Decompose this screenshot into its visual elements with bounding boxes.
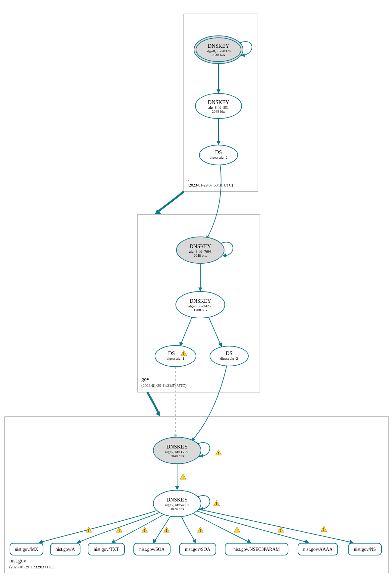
warning-icon [164, 527, 170, 533]
svg-text:DNSKEY: DNSKEY [190, 298, 211, 304]
warning-icon [278, 527, 284, 533]
zone-root-timestamp: (2023-01-29 07:58:31 UTC) [188, 183, 233, 187]
node-root-ds: DS digest alg=2 [199, 145, 238, 165]
svg-marker-73 [349, 540, 354, 544]
svg-text:alg=8, id=24250: alg=8, id=24250 [188, 304, 213, 308]
node-gov-ds2: DS digest alg=2 [210, 346, 248, 366]
edge-nist-zsk-mx [40, 511, 156, 543]
edge-nist-zsk-soa2 [181, 516, 195, 542]
svg-text:DS: DS [226, 350, 232, 356]
svg-text:digest alg=2: digest alg=2 [220, 356, 238, 360]
svg-text:alg=7, id=54557: alg=7, id=54557 [165, 503, 189, 507]
svg-text:alg=8, id=7698: alg=8, id=7698 [189, 249, 212, 253]
rr-aaaa: nist.gov/AAAA [298, 543, 338, 555]
node-nist-zsk: DNSKEY alg=7, id=54557 1024 bits [153, 490, 201, 517]
svg-text:2048 bits: 2048 bits [194, 253, 207, 257]
warning-icon [214, 500, 220, 506]
svg-text:2048 bits: 2048 bits [171, 454, 184, 458]
zone-gov-timestamp: (2023-01-29 11:31:57 UTC) [141, 383, 186, 388]
svg-text:DNSKEY: DNSKEY [190, 243, 211, 249]
svg-text:DS: DS [215, 149, 222, 155]
svg-text:nist.gov/A: nist.gov/A [56, 547, 75, 552]
edge-nist-zsk-soa1 [154, 516, 171, 542]
svg-marker-35 [218, 342, 222, 347]
edge-nist-zsk-aaaa [197, 511, 308, 543]
warning-icon [216, 450, 221, 455]
edge-root-to-gov-zone [156, 191, 184, 213]
svg-point-28 [155, 345, 196, 367]
edge-gov-zsk-ds1 [180, 317, 192, 345]
edge-nist-zsk-nsec3param [193, 513, 250, 543]
svg-text:DS: DS [168, 350, 175, 356]
dnssec-chain-diagram: ! . (2023-01-29 07:58:31 UTC) DNSKEY alg… [0, 0, 392, 577]
svg-text:DNSKEY: DNSKEY [167, 444, 188, 449]
node-nist-ksk: DNSKEY alg=7, id=35565 2048 bits [153, 437, 201, 464]
node-gov-ds1: DS digest alg=1 [155, 345, 196, 367]
svg-text:alg=7, id=35565: alg=7, id=35565 [165, 450, 189, 454]
svg-text:1280 bits: 1280 bits [194, 308, 207, 312]
rr-nsec3param: nist.gov/NSEC3PARAM [225, 543, 288, 555]
edge-nist-zsk-ns [199, 509, 353, 543]
zone-nist-name: nist.gov [9, 558, 26, 564]
svg-text:2048 bits: 2048 bits [212, 109, 225, 113]
svg-text:DNSKEY: DNSKEY [167, 497, 188, 502]
svg-text:2048 bits: 2048 bits [212, 53, 225, 57]
svg-text:nist.gov/AAAA: nist.gov/AAAA [303, 547, 333, 552]
svg-text:alg=8, id=951: alg=8, id=951 [208, 105, 229, 109]
svg-text:nist.gov/NS: nist.gov/NS [354, 547, 376, 552]
rr-soa2: nist.gov/SOA [179, 543, 216, 555]
svg-text:DNSKEY: DNSKEY [208, 99, 229, 105]
svg-text:nist.gov/MX: nist.gov/MX [15, 547, 38, 552]
rr-ns: nist.gov/NS [348, 543, 381, 555]
svg-marker-15 [217, 141, 220, 145]
rr-soa1: nist.gov/SOA [134, 543, 170, 555]
warning-icon [234, 527, 240, 533]
svg-text:nist.gov/SOA: nist.gov/SOA [139, 547, 165, 552]
node-root-zsk: DNSKEY alg=8, id=951 2048 bits [195, 93, 242, 119]
svg-marker-27 [198, 288, 202, 291]
edge-gov-to-nist-zone [147, 392, 159, 414]
warning-icon [197, 527, 203, 533]
warning-icon [321, 526, 327, 532]
edge-root-ds-gov-ksk [207, 165, 221, 238]
svg-marker-11 [217, 89, 220, 93]
svg-text:digest alg=1: digest alg=1 [167, 356, 184, 360]
svg-point-31 [210, 346, 248, 366]
rr-txt: nist.gov/TXT [88, 543, 124, 555]
svg-point-12 [199, 145, 238, 165]
edge-nist-zsk-a [78, 513, 159, 543]
svg-text:nist.gov/TXT: nist.gov/TXT [94, 547, 119, 552]
svg-text:1024 bits: 1024 bits [171, 507, 184, 511]
zone-gov-name: gov [141, 376, 149, 382]
svg-text:digest alg=2: digest alg=2 [210, 155, 227, 159]
zone-nist-timestamp: (2023-01-29 11:32:03 UTC) [9, 565, 54, 569]
svg-marker-72 [305, 539, 309, 543]
svg-marker-66 [38, 540, 43, 544]
svg-marker-48 [175, 486, 179, 490]
zone-root-name: . [188, 176, 189, 182]
node-gov-zsk: DNSKEY alg=8, id=24250 1280 bits [176, 291, 225, 318]
rr-mx: nist.gov/MX [10, 543, 43, 555]
svg-text:alg=8, id=20326: alg=8, id=20326 [207, 49, 231, 53]
warning-icon [180, 474, 186, 480]
node-root-ksk: DNSKEY alg=8, id=20326 2048 bits [194, 36, 243, 64]
svg-text:nist.gov/SOA: nist.gov/SOA [185, 547, 211, 552]
svg-text:DNSKEY: DNSKEY [208, 43, 229, 49]
edge-gov-zsk-ds2 [209, 317, 221, 346]
rr-a: nist.gov/A [50, 543, 80, 555]
svg-text:nist.gov/NSEC3PARAM: nist.gov/NSEC3PARAM [233, 547, 280, 552]
node-gov-ksk: DNSKEY alg=8, id=7698 2048 bits [176, 237, 224, 263]
warning-icon [142, 527, 148, 533]
svg-marker-69 [153, 539, 157, 544]
edge-gov-ds2-nist-ksk [192, 366, 227, 441]
